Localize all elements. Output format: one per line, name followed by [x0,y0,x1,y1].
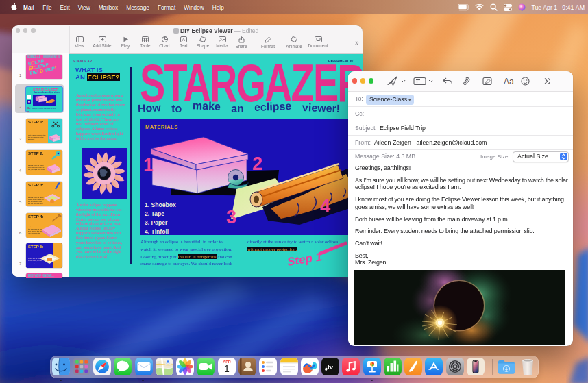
svg-text:1: 1 [143,155,154,175]
svg-text:tv: tv [328,364,333,371]
svg-text:A: A [182,37,186,42]
svg-text:MATERIALS: MATERIALS [145,124,178,130]
svg-text:3: 3 [226,207,236,227]
svg-text:1: 1 [224,363,230,374]
svg-text:4: 4 [320,196,330,217]
svg-text:Aa: Aa [504,77,514,86]
svg-text:4. Tinfoil: 4. Tinfoil [145,228,169,235]
svg-text:1. Shoebox: 1. Shoebox [145,201,176,208]
svg-text:3. Paper: 3. Paper [145,219,168,226]
svg-text:2. Tape: 2. Tape [145,210,164,217]
svg-text:2: 2 [252,153,262,174]
